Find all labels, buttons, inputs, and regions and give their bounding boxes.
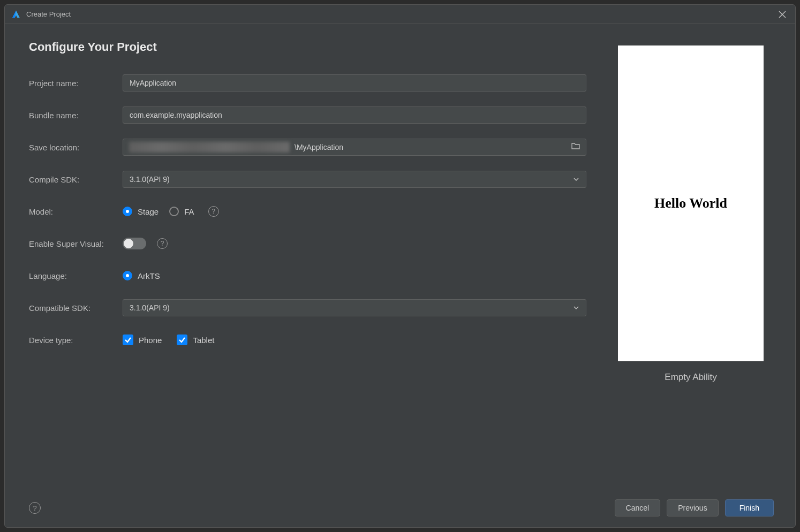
folder-icon <box>571 142 580 150</box>
compatible-sdk-select[interactable]: 3.1.0(API 9) <box>123 299 586 316</box>
row-language: Language: ArkTS <box>29 265 586 286</box>
preview-panel: Hello World Empty Ability <box>608 40 774 487</box>
row-project-name: Project name: <box>29 73 586 93</box>
checkbox-checked-icon <box>177 335 187 345</box>
model-fa-label: FA <box>184 207 194 216</box>
label-project-name: Project name: <box>29 79 123 88</box>
redacted-path <box>129 142 290 153</box>
model-help-button[interactable]: ? <box>208 206 219 217</box>
dialog-footer: ? Cancel Previous Finish <box>5 492 795 527</box>
label-language: Language: <box>29 271 123 280</box>
super-visual-help-button[interactable]: ? <box>157 238 168 249</box>
bundle-name-input[interactable] <box>123 107 586 124</box>
label-compile-sdk: Compile SDK: <box>29 175 123 184</box>
dialog-content: Configure Your Project Project name: Bun… <box>5 24 795 492</box>
model-fa-radio[interactable]: FA <box>169 207 194 216</box>
device-phone-checkbox[interactable]: Phone <box>123 335 162 345</box>
row-save-location: Save location: <box>29 137 586 157</box>
template-preview: Hello World <box>618 45 764 361</box>
radio-selected-icon <box>123 207 132 216</box>
app-logo-icon <box>11 10 21 19</box>
label-bundle-name: Bundle name: <box>29 111 123 120</box>
row-bundle-name: Bundle name: <box>29 105 586 125</box>
create-project-dialog: Create Project Configure Your Project Pr… <box>4 4 796 528</box>
template-name: Empty Ability <box>665 372 716 383</box>
radio-selected-icon <box>123 271 132 280</box>
compile-sdk-select[interactable]: 3.1.0(API 9) <box>123 171 586 188</box>
dialog-title: Create Project <box>26 10 776 18</box>
row-model: Model: Stage FA ? <box>29 201 586 222</box>
close-button[interactable] <box>776 8 789 21</box>
device-tablet-checkbox[interactable]: Tablet <box>177 335 214 345</box>
label-compatible-sdk: Compatible SDK: <box>29 303 123 313</box>
language-arkts-radio[interactable]: ArkTS <box>123 271 160 280</box>
label-save-location: Save location: <box>29 143 123 152</box>
preview-hello-text: Hello World <box>654 195 727 211</box>
finish-button[interactable]: Finish <box>725 499 774 516</box>
row-compatible-sdk: Compatible SDK: 3.1.0(API 9) <box>29 298 586 318</box>
close-icon <box>779 11 786 18</box>
page-heading: Configure Your Project <box>29 40 586 54</box>
language-arkts-label: ArkTS <box>138 271 160 280</box>
previous-button[interactable]: Previous <box>667 499 718 516</box>
row-super-visual: Enable Super Visual: ? <box>29 233 586 254</box>
radio-unselected-icon <box>169 207 179 216</box>
device-tablet-label: Tablet <box>193 336 214 345</box>
model-stage-label: Stage <box>138 207 159 216</box>
label-device-type: Device type: <box>29 336 123 345</box>
footer-help-button[interactable]: ? <box>29 502 41 514</box>
titlebar: Create Project <box>5 5 795 24</box>
browse-folder-button[interactable] <box>571 142 580 152</box>
label-super-visual: Enable Super Visual: <box>29 239 123 248</box>
super-visual-toggle[interactable] <box>123 238 146 249</box>
model-stage-radio[interactable]: Stage <box>123 207 159 216</box>
checkbox-checked-icon <box>123 335 133 345</box>
device-phone-label: Phone <box>139 336 162 345</box>
row-device-type: Device type: Phone Tablet <box>29 330 586 350</box>
cancel-button[interactable]: Cancel <box>615 499 661 516</box>
form-panel: Configure Your Project Project name: Bun… <box>29 40 608 487</box>
label-model: Model: <box>29 207 123 216</box>
project-name-input[interactable] <box>123 74 586 92</box>
row-compile-sdk: Compile SDK: 3.1.0(API 9) <box>29 169 586 189</box>
toggle-knob <box>124 239 133 248</box>
